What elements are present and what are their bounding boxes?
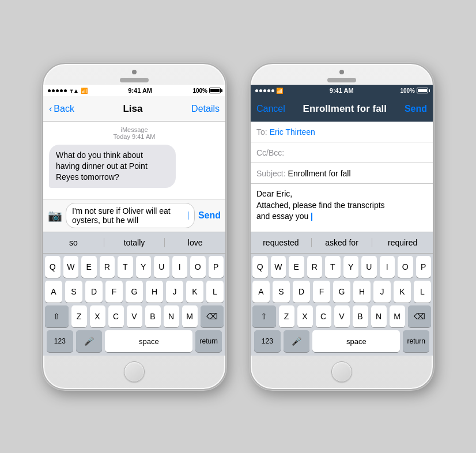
- key2-I[interactable]: I: [380, 256, 395, 278]
- key2-G[interactable]: G: [333, 281, 350, 303]
- key-F[interactable]: F: [105, 281, 123, 303]
- battery-icon-2: [417, 88, 428, 93]
- autocomplete-2-1[interactable]: asked for: [312, 238, 373, 247]
- bubble-incoming: What do you think about having dinner ou…: [49, 145, 176, 188]
- home-button-1[interactable]: [124, 361, 145, 382]
- details-button[interactable]: Details: [191, 104, 220, 114]
- send-button-1[interactable]: Send: [198, 210, 221, 221]
- key-M[interactable]: M: [182, 305, 198, 327]
- key2-mic[interactable]: 🎤: [284, 330, 310, 352]
- key-J[interactable]: J: [166, 281, 183, 303]
- autocomplete-2-0[interactable]: requested: [251, 238, 312, 247]
- text-cursor-2: [311, 213, 312, 221]
- key2-W[interactable]: W: [271, 256, 286, 278]
- key2-R[interactable]: R: [307, 256, 323, 278]
- key-shift-1[interactable]: ⇧: [45, 305, 69, 327]
- key2-Q[interactable]: Q: [252, 256, 268, 278]
- key2-D[interactable]: D: [293, 281, 310, 303]
- key2-S[interactable]: S: [273, 281, 290, 303]
- key-D[interactable]: D: [85, 281, 103, 303]
- key2-A[interactable]: A: [252, 281, 270, 303]
- key-N[interactable]: N: [164, 305, 179, 327]
- key-G[interactable]: G: [126, 281, 143, 303]
- kb-row-2-2: A S D F G H J K L: [252, 281, 431, 303]
- text-cursor-1: [188, 212, 188, 220]
- send-button-2[interactable]: Send: [405, 104, 427, 114]
- key-O[interactable]: O: [190, 256, 206, 278]
- subject-value[interactable]: Enrollment for fall: [288, 169, 351, 178]
- iphone-top-2: [251, 64, 433, 85]
- key2-V[interactable]: V: [334, 305, 350, 327]
- key-X[interactable]: X: [90, 305, 105, 327]
- key-L[interactable]: L: [206, 281, 224, 303]
- key2-Y[interactable]: Y: [343, 256, 359, 278]
- key2-Z[interactable]: Z: [279, 305, 294, 327]
- key2-O[interactable]: O: [398, 256, 413, 278]
- to-value[interactable]: Eric Thirteen: [270, 127, 315, 137]
- key-S[interactable]: S: [65, 281, 82, 303]
- key-U[interactable]: U: [154, 256, 169, 278]
- back-button[interactable]: ‹ Back: [49, 104, 74, 114]
- key2-P[interactable]: P: [416, 256, 432, 278]
- key2-M[interactable]: M: [390, 305, 405, 327]
- message-field[interactable]: I'm not sure if Oliver will eat oysters,…: [66, 203, 195, 228]
- key2-space[interactable]: space: [312, 330, 400, 352]
- key2-T[interactable]: T: [325, 256, 341, 278]
- key2-del[interactable]: ⌫: [408, 305, 432, 327]
- key-A[interactable]: A: [45, 281, 62, 303]
- iphone-bottom-2: [251, 356, 433, 389]
- subject-field-row: Subject: Enrollment for fall: [251, 163, 433, 184]
- key2-shift[interactable]: ⇧: [252, 305, 276, 327]
- keyboard-rows-1: Q W E R T Y U I O P A S D: [43, 254, 225, 356]
- email-fields: To: Eric Thirteen Cc/Bcc: Subject: Enrol…: [251, 122, 433, 184]
- key-P[interactable]: P: [209, 256, 224, 278]
- status-right-2: 100%: [400, 88, 428, 94]
- key2-B[interactable]: B: [353, 305, 368, 327]
- key-T[interactable]: T: [118, 256, 133, 278]
- key-K[interactable]: K: [186, 281, 203, 303]
- signal-1: [48, 89, 67, 92]
- autocomplete-2-2[interactable]: required: [372, 238, 433, 247]
- key-R[interactable]: R: [100, 256, 115, 278]
- key-H[interactable]: H: [146, 281, 163, 303]
- key-Q[interactable]: Q: [45, 256, 61, 278]
- key2-K[interactable]: K: [394, 281, 411, 303]
- key-E[interactable]: E: [81, 256, 97, 278]
- key2-return[interactable]: return: [403, 330, 429, 352]
- back-label[interactable]: Back: [54, 104, 74, 114]
- autocomplete-1-0[interactable]: so: [43, 238, 104, 247]
- cancel-button[interactable]: Cancel: [256, 104, 285, 114]
- key2-U[interactable]: U: [361, 256, 377, 278]
- key2-F[interactable]: F: [313, 281, 330, 303]
- key2-J[interactable]: J: [373, 281, 391, 303]
- key-return-1[interactable]: return: [195, 330, 222, 352]
- key2-X[interactable]: X: [297, 305, 313, 327]
- key2-N[interactable]: N: [371, 305, 387, 327]
- kb-row-1-1: Q W E R T Y U I O P: [45, 256, 224, 278]
- key-C[interactable]: C: [108, 305, 124, 327]
- battery-fill-2: [418, 89, 427, 92]
- key-I[interactable]: I: [172, 256, 188, 278]
- key-V[interactable]: V: [127, 305, 142, 327]
- key-W[interactable]: W: [63, 256, 79, 278]
- key2-H[interactable]: H: [353, 281, 371, 303]
- camera-button[interactable]: 📷: [48, 209, 62, 222]
- key2-L[interactable]: L: [414, 281, 431, 303]
- key-space-1[interactable]: space: [105, 330, 192, 352]
- email-body[interactable]: Dear Eric, Attached, please find the tra…: [251, 184, 433, 232]
- key2-C[interactable]: C: [316, 305, 331, 327]
- key-del-1[interactable]: ⌫: [201, 305, 224, 327]
- key2-E[interactable]: E: [289, 256, 304, 278]
- key-Z[interactable]: Z: [71, 305, 87, 327]
- autocomplete-1-1[interactable]: totally: [104, 238, 165, 247]
- key-B[interactable]: B: [145, 305, 161, 327]
- key-Y[interactable]: Y: [136, 256, 152, 278]
- key-123-1[interactable]: 123: [47, 330, 73, 352]
- home-button-2[interactable]: [331, 361, 352, 382]
- key-mic-1[interactable]: 🎤: [76, 330, 103, 352]
- key2-123[interactable]: 123: [254, 330, 281, 352]
- to-label: To:: [256, 127, 267, 137]
- wifi-text-2: 📶: [276, 88, 283, 94]
- wifi-icon-1: ᴛ▲︎: [70, 88, 79, 94]
- autocomplete-1-2[interactable]: love: [165, 238, 225, 247]
